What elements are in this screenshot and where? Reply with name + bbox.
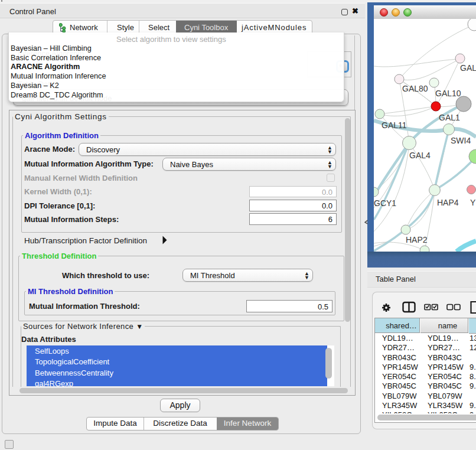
svg-text:HAP4: HAP4 [437, 198, 459, 207]
svg-text:GAL4: GAL4 [409, 151, 431, 160]
svg-text:HAP2: HAP2 [406, 235, 428, 244]
svg-text:GAL1: GAL1 [439, 113, 460, 122]
svg-text:Y: Y [470, 198, 476, 207]
svg-text:SWI4: SWI4 [451, 136, 471, 145]
svg-text:GAL80: GAL80 [402, 84, 428, 93]
svg-text:GAL10: GAL10 [435, 89, 461, 98]
svg-text:GAL11: GAL11 [382, 120, 407, 130]
svg-text:GAL: GAL [460, 63, 476, 73]
svg-text:GCY1: GCY1 [374, 198, 396, 208]
